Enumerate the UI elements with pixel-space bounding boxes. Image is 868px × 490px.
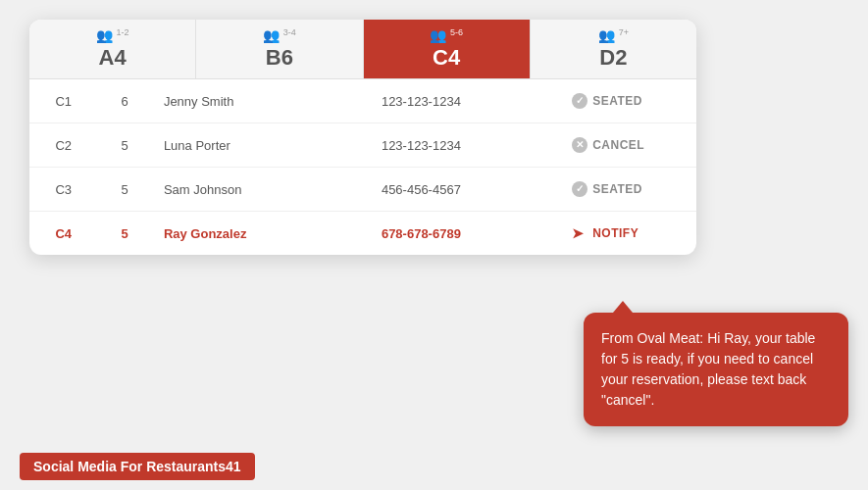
row-count: 5 (97, 212, 152, 256)
table-row-highlighted[interactable]: C4 5 Ray Gonzalez 678-678-6789 ➤ NOTIFY (29, 212, 696, 256)
row-status: ✓ SEATED (560, 168, 696, 212)
tooltip-bubble: From Oval Meat: Hi Ray, your table for 5… (584, 313, 848, 426)
tab-b6[interactable]: 👥 3-4 B6 (196, 20, 363, 78)
tab-d2[interactable]: 👥 7+ D2 (531, 20, 696, 78)
table-row[interactable]: C2 5 Luna Porter 123-123-1234 ✕ CANCEL (29, 123, 696, 168)
row-phone: 123-123-1234 (370, 123, 560, 168)
row-count: 5 (97, 123, 152, 168)
banner-label: Social Media For Restaurants41 (33, 459, 241, 474)
tooltip-text: From Oval Meat: Hi Ray, your table for 5… (601, 330, 815, 408)
table-row[interactable]: C1 6 Jenny Smith 123-123-1234 ✓ SEATED (29, 79, 696, 123)
tab-c4[interactable]: 👥 5-6 C4 (364, 20, 531, 78)
row-status: ✕ CANCEL (560, 123, 696, 168)
tab-label-d2: D2 (599, 45, 627, 71)
row-name: Jenny Smith (152, 79, 370, 123)
group-icon-a4: 👥 1-2 (96, 27, 129, 43)
cancel-icon: ✕ (572, 137, 587, 153)
tab-label-b6: B6 (266, 45, 293, 71)
group-icon-b6: 👥 3-4 (263, 27, 296, 43)
row-name: Luna Porter (152, 123, 370, 168)
row-name: Sam Johnson (152, 168, 370, 212)
bottom-banner: Social Media For Restaurants41 (20, 453, 255, 480)
table-row[interactable]: C3 5 Sam Johnson 456-456-4567 ✓ SEATED (29, 168, 696, 212)
row-id: C1 (29, 79, 97, 123)
send-icon: ➤ (572, 225, 587, 241)
check-icon: ✓ (572, 93, 587, 109)
row-phone: 123-123-1234 (370, 79, 560, 123)
row-id: C2 (29, 123, 97, 168)
group-icon-c4: 👥 5-6 (430, 27, 463, 43)
row-id: C4 (29, 212, 97, 256)
row-name: Ray Gonzalez (152, 212, 370, 256)
row-id: C3 (29, 168, 97, 212)
row-status: ✓ SEATED (560, 79, 696, 123)
tab-a4[interactable]: 👥 1-2 A4 (29, 20, 196, 78)
tab-header: 👥 1-2 A4 👥 3-4 B6 👥 5-6 C4 👥 7+ D2 (29, 20, 696, 79)
row-status: ➤ NOTIFY (560, 212, 696, 256)
group-icon-d2: 👥 7+ (598, 27, 629, 43)
reservations-table: C1 6 Jenny Smith 123-123-1234 ✓ SEATED C… (29, 79, 696, 255)
row-count: 6 (97, 79, 152, 123)
tab-label-c4: C4 (433, 45, 460, 71)
row-count: 5 (97, 168, 152, 212)
row-phone: 456-456-4567 (370, 168, 560, 212)
main-panel: 👥 1-2 A4 👥 3-4 B6 👥 5-6 C4 👥 7+ D2 C1 6 … (29, 20, 696, 255)
check-icon: ✓ (572, 181, 587, 197)
row-phone: 678-678-6789 (370, 212, 560, 256)
tab-label-a4: A4 (99, 45, 127, 71)
